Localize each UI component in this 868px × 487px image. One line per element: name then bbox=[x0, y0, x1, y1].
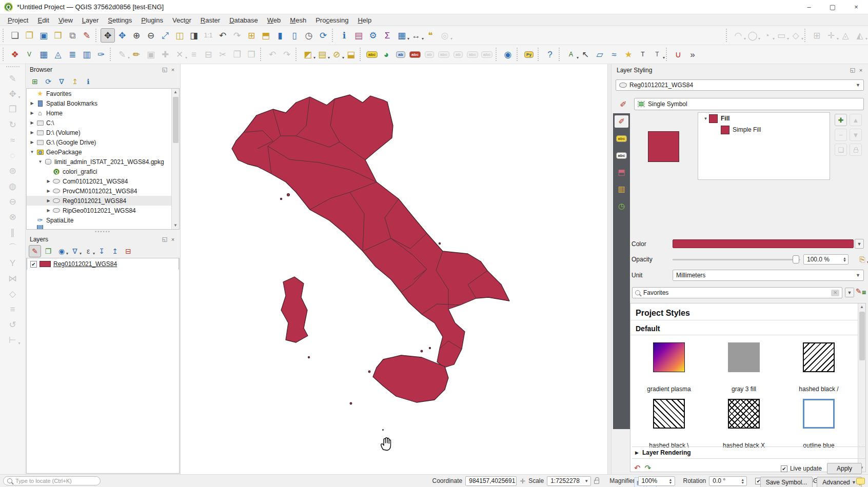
browser-item-home[interactable]: ▶⌂Home bbox=[27, 108, 179, 118]
move-label-button[interactable]: ab bbox=[451, 47, 465, 62]
live-update-checkbox[interactable]: ✔ Live update bbox=[781, 465, 822, 472]
maximize-button[interactable]: ▢ bbox=[821, 0, 844, 14]
styling-close-icon[interactable]: × bbox=[857, 67, 865, 73]
browser-close-icon[interactable]: × bbox=[169, 67, 177, 73]
remove-symbol-layer-button[interactable]: − bbox=[835, 129, 847, 141]
browser-item-spatialite[interactable]: ✑SpatiaLite bbox=[27, 215, 179, 225]
menu-layer[interactable]: Layer bbox=[77, 15, 104, 25]
browser-item-c-[interactable]: ▶C:\ bbox=[27, 118, 179, 128]
toolbar-overflow-button[interactable]: » bbox=[685, 47, 700, 62]
browser-filter-button[interactable]: ∇ bbox=[55, 75, 68, 88]
new-project-button[interactable]: ❏ bbox=[8, 28, 22, 43]
pan-map-button[interactable]: ✥ bbox=[101, 28, 115, 43]
browser-item-favorites[interactable]: ★Favorites bbox=[27, 89, 179, 98]
remove-layer-button[interactable]: ⊟ bbox=[122, 245, 134, 257]
menu-raster[interactable]: Raster bbox=[196, 15, 225, 25]
new-annotation-button[interactable]: A▾ bbox=[564, 47, 578, 62]
mesh-digitizing-button[interactable]: ◭▾ bbox=[853, 28, 867, 43]
map-canvas[interactable] bbox=[181, 64, 607, 474]
select-by-location-button[interactable]: ⬓ bbox=[344, 47, 358, 62]
redo-style-button[interactable]: ↷ bbox=[645, 463, 652, 473]
menu-web[interactable]: Web bbox=[263, 15, 286, 25]
menu-plugins[interactable]: Plugins bbox=[136, 15, 168, 25]
reshape-features-button[interactable]: ⌒ bbox=[6, 240, 20, 255]
coordinate-input[interactable]: 984157,4025691 bbox=[465, 476, 517, 486]
metasearch-catalog-button[interactable]: ◉ bbox=[501, 47, 515, 62]
browser-item[interactable] bbox=[27, 225, 179, 229]
undo-button[interactable]: ↶ bbox=[265, 47, 280, 62]
rotate-feature-button[interactable]: ↻ bbox=[6, 117, 20, 132]
menu-database[interactable]: Database bbox=[225, 15, 263, 25]
dock-splitter[interactable] bbox=[607, 64, 611, 474]
merge-feature-attributes-button[interactable]: ≡ bbox=[6, 302, 20, 316]
toggle-editing-button[interactable]: ✏ bbox=[129, 47, 144, 62]
paste-features-button[interactable]: ❒ bbox=[244, 47, 259, 62]
select-features-by-value-button[interactable]: ▤▾ bbox=[315, 47, 329, 62]
toolbar-grip[interactable] bbox=[6, 66, 19, 70]
add-raster-layer-button[interactable]: ▦ bbox=[36, 47, 51, 62]
browser-item-ripgeo01012021-wgs84[interactable]: ▶RipGeo01012021_WGS84 bbox=[27, 206, 179, 215]
add-regular-polygon-button[interactable]: ◇▾ bbox=[788, 28, 803, 43]
data-source-manager-button[interactable]: ❖ bbox=[8, 47, 22, 62]
add-vector-layer-button[interactable]: V bbox=[22, 47, 36, 62]
tab-symbology[interactable]: ✐ bbox=[615, 115, 628, 128]
measure-line-button[interactable]: ↔▾ bbox=[409, 28, 423, 43]
show-spatial-bookmarks-button[interactable]: ▯ bbox=[287, 28, 302, 43]
rotate-label-button[interactable]: abc bbox=[465, 47, 480, 62]
apply-button[interactable]: Apply bbox=[827, 463, 862, 474]
pan-to-selection-button[interactable]: ✥ bbox=[115, 28, 129, 43]
save-symbol-button[interactable]: Save Symbol... bbox=[760, 477, 813, 487]
opacity-slider[interactable] bbox=[673, 255, 800, 264]
style-manager-icon[interactable]: ✎▦ bbox=[856, 287, 866, 295]
style-item-hashed-black-[interactable]: hashed black / bbox=[781, 342, 856, 393]
processing-toolbox-button[interactable]: ⚙ bbox=[366, 28, 380, 43]
copy-move-feature-button[interactable]: ❐ bbox=[6, 102, 20, 116]
manage-map-themes-button[interactable]: ◉▾ bbox=[55, 245, 68, 257]
browser-item-colori-grafici[interactable]: Qcolori_grafici bbox=[27, 167, 179, 176]
move-feature-button[interactable]: ✥▾ bbox=[6, 87, 20, 101]
add-group-button[interactable]: ❐ bbox=[42, 245, 54, 257]
browser-item-d-volume-[interactable]: ▶D:\ (Volume) bbox=[27, 128, 179, 137]
redo-button[interactable]: ↷ bbox=[280, 47, 294, 62]
extents-toggle-icon[interactable]: ✛ bbox=[520, 477, 525, 485]
save-project-button[interactable]: ▣ bbox=[36, 28, 51, 43]
duplicate-symbol-layer-button[interactable]: ❏ bbox=[835, 144, 847, 156]
raster-calculator-button[interactable]: ⊞ bbox=[810, 28, 824, 43]
tab-history[interactable]: ◷ bbox=[615, 200, 628, 212]
add-mesh-layer-button[interactable]: ◬ bbox=[51, 47, 65, 62]
style-item-gray-3-fill[interactable]: gray 3 fill bbox=[706, 342, 781, 393]
text-balloon-annotation-button[interactable]: T▾ bbox=[650, 47, 664, 62]
data-defined-override-button[interactable]: ⎘▾ bbox=[857, 254, 868, 265]
lock-symbol-layer-button[interactable] bbox=[850, 144, 862, 156]
select-annotation-button[interactable]: ↖ bbox=[578, 47, 593, 62]
new-map-view-button[interactable]: ⊞ bbox=[244, 28, 259, 43]
tab-diagrams[interactable]: ▥ bbox=[615, 183, 628, 195]
new-print-layout-button[interactable]: ❒ bbox=[51, 28, 65, 43]
offset-curve-button[interactable]: ∥ bbox=[6, 225, 20, 239]
statistical-summary-button[interactable]: ▤ bbox=[351, 28, 366, 43]
clear-search-icon[interactable]: ✕ bbox=[831, 290, 839, 296]
select-features-button[interactable]: ◩▾ bbox=[301, 47, 315, 62]
zoom-next-button[interactable]: ↷ bbox=[230, 28, 244, 43]
simplify-feature-button[interactable]: ≈ bbox=[6, 133, 20, 147]
styling-layer-select[interactable]: Reg01012021_WGS84 ▼ bbox=[616, 79, 864, 91]
tab-labels[interactable]: abc bbox=[615, 132, 628, 145]
close-button[interactable]: × bbox=[844, 0, 868, 14]
panel-splitter[interactable]: •••••• bbox=[26, 230, 180, 234]
tab-3d-view[interactable]: ⬒ bbox=[615, 166, 628, 178]
open-project-button[interactable]: ❐ bbox=[22, 28, 36, 43]
styling-float-icon[interactable]: ◱ bbox=[849, 67, 857, 73]
symbol-type-select[interactable]: Single Symbol bbox=[634, 98, 864, 110]
help-contents-button[interactable]: ? bbox=[543, 47, 557, 62]
add-delimited-text-layer-button[interactable]: ≣ bbox=[65, 47, 80, 62]
cut-features-button[interactable]: ✂ bbox=[215, 47, 230, 62]
browser-item-limiti-admin-istat-2021-wgs84-gpkg[interactable]: ▼limiti_admin_ISTAT_2021_WGS84.gpkg bbox=[27, 157, 179, 167]
georeferencer-button[interactable]: ✛▾ bbox=[824, 28, 838, 43]
layer-rendering-section[interactable]: ▶ Layer Rendering bbox=[632, 447, 866, 459]
layer-labeling-options-button[interactable]: abc bbox=[365, 47, 379, 62]
add-part-button[interactable]: ⊚ bbox=[6, 164, 20, 178]
new-3d-map-view-button[interactable]: ⬒ bbox=[259, 28, 273, 43]
zoom-to-layer-button[interactable]: ◫ bbox=[172, 28, 187, 43]
toggle-unplaced-labels-button[interactable]: abc bbox=[408, 47, 422, 62]
polygon-annotation-button[interactable]: ▱ bbox=[593, 47, 607, 62]
